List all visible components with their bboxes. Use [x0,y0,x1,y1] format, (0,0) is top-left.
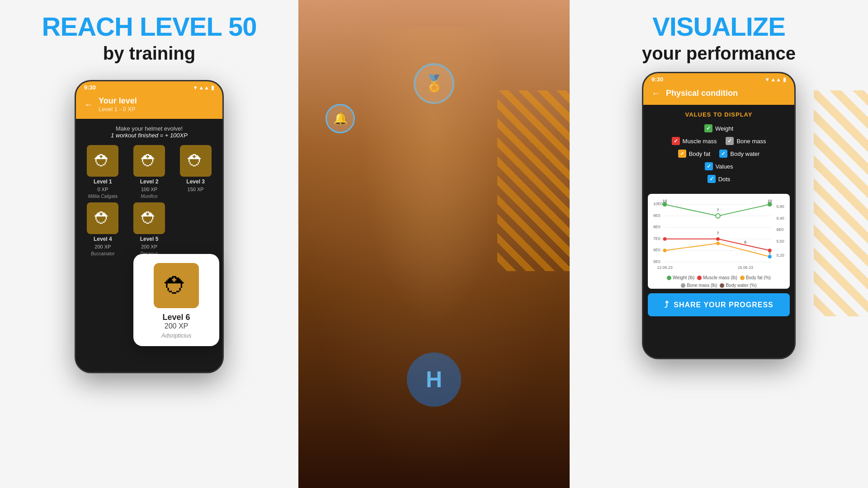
hint-line2: 1 workout finished = + 100XP [111,132,188,139]
legend-fat: Body fat (%) [740,275,771,280]
left-header-text: Your level Level 1 - 0 XP [99,96,137,113]
svg-text:9E0: 9E0 [653,213,660,218]
legend-bone-label: Bone mass (lb) [687,283,717,288]
level6-helmet-icon: ⛑ [154,263,199,308]
right-back-arrow[interactable]: ← [651,88,660,99]
bone-checkbox[interactable]: ✓ [726,137,734,145]
svg-text:6E0: 6E0 [653,248,660,252]
xp-label-5: 200 XP [141,244,157,249]
left-back-arrow[interactable]: ← [84,99,93,110]
athlete-torso [355,27,513,343]
weight-checkbox[interactable]: ✓ [704,124,712,132]
list-item: ⛑ Level 2 100 XP Munifice [128,145,171,199]
svg-text:5,20: 5,20 [776,253,784,258]
svg-text:8E0: 8E0 [653,225,660,229]
right-phone-header: ← Physical condition [643,84,794,105]
level-label-2: Level 2 [140,178,159,185]
svg-text:5E0: 5E0 [653,259,660,264]
left-header-subtitle: Level 1 - 0 XP [99,106,137,113]
left-phone-header: ← Your level Level 1 - 0 XP [76,93,222,119]
name-label-1: Militia Caligata [88,194,118,199]
xp-label-2: 100 XP [141,187,157,192]
right-time: 9:30 [651,76,663,83]
legend-bone-dot [681,283,685,288]
right-phone-body: VALUES TO DISPLAY ✓ Weight ✓ Muscle mass [643,105,794,358]
xp-label-3: 150 XP [188,187,204,192]
weight-checkbox-item: ✓ Weight [704,124,733,132]
signal-icon: ▲▲ [198,84,209,91]
level-hint: Make your helmet evolve! 1 workout finis… [76,119,222,145]
right-phone-mockup: 9:30 ▾ ▲▲ ▮ ← Physical condition VALUES … [642,72,796,359]
helmet-icon-4: ⛑ [87,202,118,234]
svg-point-30 [716,242,720,245]
name-label-2: Munifice [141,194,157,199]
legend-bone: Bone mass (lb) [681,283,717,288]
left-heading-sub: by training [103,43,195,64]
values-section: VALUES TO DISPLAY ✓ Weight ✓ Muscle mass [643,105,794,194]
values-label: Values [716,163,733,170]
center-panel: 🏅 🔔 H [298,0,570,488]
right-panel: VISUALIZE your performance 9:30 ▾ ▲▲ ▮ ←… [570,0,868,488]
legend-muscle: Muscle mass (lb) [697,275,737,280]
left-status-bar: 9:30 ▾ ▲▲ ▮ [76,81,222,93]
legend-muscle-label: Muscle mass (lb) [703,275,737,280]
share-button-label: SHARE YOUR PROGRESS [674,301,774,309]
legend-weight-dot [667,276,671,280]
svg-text:12.06.23: 12.06.23 [657,265,672,270]
wifi-icon: ▾ [194,84,197,91]
right-battery-icon: ▮ [783,76,786,83]
chart-container: 10E0 9E0 8E0 7E0 6E0 5E0 6,80 6,40 6E0 5… [648,194,790,289]
svg-text:10E0: 10E0 [653,202,663,206]
legend-fat-label: Body fat (%) [746,275,771,280]
fat-checkbox[interactable]: ✓ [678,150,686,158]
water-checkbox[interactable]: ✓ [719,150,727,158]
svg-text:6E0: 6E0 [776,227,783,232]
share-icon: ⤴ [664,300,669,310]
svg-point-26 [663,237,667,241]
left-status-icons: ▾ ▲▲ ▮ [194,84,214,91]
legend-weight-label: Weight (lb) [673,275,694,280]
level6-title: Level 6 [162,313,190,322]
xp-label-1: 0 XP [97,187,108,192]
battery-icon: ▮ [211,84,214,91]
fat-water-row: ✓ Body fat ✓ Body water [652,150,785,158]
muscle-checkbox-item: ✓ Muscle mass [672,137,717,145]
muscle-bone-row: ✓ Muscle mass ✓ Bone mass [652,137,785,145]
water-label: Body water [730,150,760,157]
right-heading-sub: your performance [642,43,796,64]
svg-text:7: 7 [717,231,719,235]
level-label-4: Level 4 [94,236,112,242]
share-progress-button[interactable]: ⤴ SHARE YOUR PROGRESS [648,293,790,316]
chart-legend: Weight (lb) Muscle mass (lb) Body fat (%… [652,275,785,288]
level6-xp: 200 XP [165,322,188,330]
svg-text:6: 6 [744,240,746,244]
svg-text:6,40: 6,40 [776,216,784,221]
legend-water-label: Body water (%) [726,283,756,288]
legend-muscle-dot [697,276,702,280]
dots-label: Dots [718,176,731,183]
helmet-icon-5: ⛑ [133,202,165,234]
muscle-label: Muscle mass [683,138,717,145]
left-phone-wrapper: 9:30 ▾ ▲▲ ▮ ← Your level Level 1 - 0 XP … [75,72,224,373]
svg-text:7E0: 7E0 [653,236,660,241]
svg-point-27 [716,237,720,241]
level-label-3: Level 3 [186,178,205,185]
svg-text:15.06.23: 15.06.23 [738,265,753,270]
list-item: ⛑ Level 3 150 XP [174,145,217,199]
list-item: ⛑ Level 1 0 XP Militia Caligata [81,145,124,199]
chart-svg: 10E0 9E0 8E0 7E0 6E0 5E0 6,80 6,40 6E0 5… [652,198,785,271]
hint-line1: Make your helmet evolve! [82,125,216,132]
legend-fat-dot [740,276,745,280]
helmet-icon-3: ⛑ [180,145,212,177]
fat-label: Body fat [689,150,711,157]
muscle-checkbox[interactable]: ✓ [672,137,680,145]
level-label-5: Level 5 [140,236,159,242]
dots-checkbox[interactable]: ✓ [708,175,716,183]
bone-label: Bone mass [736,138,766,145]
svg-text:6,80: 6,80 [776,204,784,209]
values-checkbox-item: ✓ Values [705,162,733,170]
values-checkbox[interactable]: ✓ [705,162,713,170]
level6-name: Adsripticius [161,332,191,339]
helmet-icon-1: ⛑ [87,145,118,177]
list-item: ⛑ Level 4 200 XP Buccainator [81,202,124,256]
